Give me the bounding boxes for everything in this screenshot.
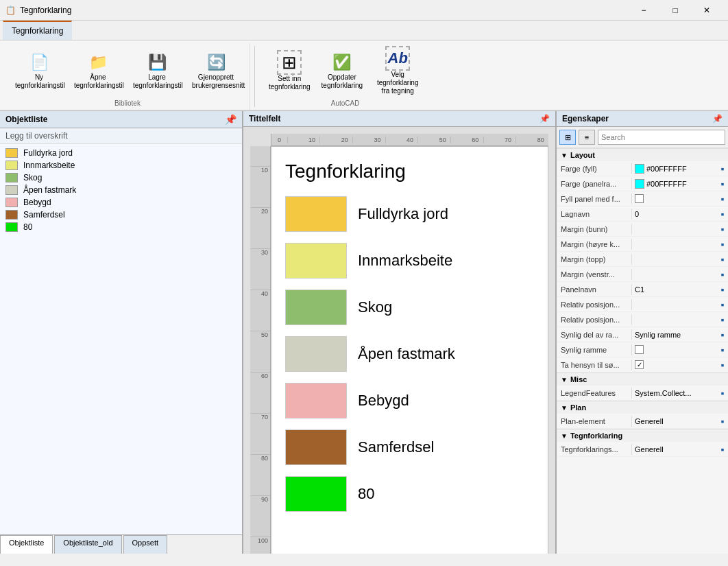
prop-pin-icon[interactable]: ▪: [717, 254, 728, 265]
props-row[interactable]: LegendFeatures System.Collect... ▪: [557, 386, 728, 401]
prop-value-cell[interactable]: [632, 318, 717, 321]
center-panel-pin[interactable]: 📌: [539, 114, 550, 123]
bottom-tab-oppsett[interactable]: Oppsett: [123, 535, 168, 554]
prop-value-cell[interactable]: #00FFFFFF: [632, 163, 717, 175]
prop-pin-icon[interactable]: ▪: [717, 314, 728, 325]
ribbon-item-lagre[interactable]: 💾 Lagre tegnforklaringstil: [129, 49, 185, 93]
props-row[interactable]: Fyll panel med f... ▪: [557, 191, 728, 207]
ribbon-item-ny[interactable]: 📄 Ny tegnforklaringstil: [11, 49, 67, 93]
right-panel-pin[interactable]: 📌: [712, 114, 723, 123]
prop-value-cell[interactable]: Synlig ramme: [632, 329, 717, 340]
prop-value-cell[interactable]: [632, 243, 717, 246]
color-value: #00FFFFFF: [646, 180, 687, 188]
maximize-button[interactable]: □: [659, 0, 691, 21]
props-view-btn-list[interactable]: ≡: [579, 130, 595, 145]
canvas-inner: 0 10 20 30 40 50 60 70: [250, 134, 548, 554]
prop-key: Synlig del av ra...: [557, 329, 632, 340]
props-row[interactable]: Synlig ramme ▪: [557, 342, 728, 357]
props-row[interactable]: Panelnavn C1 ▪: [557, 282, 728, 297]
prop-pin-icon[interactable]: ▪: [717, 359, 728, 370]
props-section-misc[interactable]: ▼Misc: [557, 373, 728, 386]
props-section-tegnforklaring[interactable]: ▼Tegnforklaring: [557, 429, 728, 442]
prop-value-cell[interactable]: [632, 228, 717, 231]
ribbon-item-apne[interactable]: 📁 Åpne tegnforklaringstil: [70, 49, 126, 93]
prop-value-cell[interactable]: C1: [632, 284, 717, 295]
prop-pin-icon[interactable]: ▪: [717, 344, 728, 355]
list-item[interactable]: Fulldyrka jord: [0, 147, 242, 159]
ribbon-item-velg[interactable]: Ab Velg tegnforklaring fra tegning: [369, 43, 426, 98]
section-label: Misc: [570, 375, 587, 384]
props-view-btn-grid[interactable]: ⊞: [559, 130, 576, 145]
prop-pin-icon[interactable]: ▪: [717, 209, 728, 220]
props-row[interactable]: Plan-element Generell ▪: [557, 414, 728, 429]
prop-value-cell[interactable]: Generell: [632, 444, 717, 455]
ribbon-item-oppdater[interactable]: ✅ Oppdater tegnforklaring: [317, 49, 367, 93]
props-row[interactable]: Farge (fyll) #00FFFFFF ▪: [557, 161, 728, 176]
canvas-area[interactable]: 0 10 20 30 40 50 60 70: [243, 127, 555, 554]
right-panel-title: Egenskaper: [562, 114, 609, 123]
bottom-tab-objektliste-old[interactable]: Objektliste_old: [54, 535, 121, 554]
ruler-top: 0 10 20 30 40 50 60 70: [271, 134, 548, 146]
prop-value-cell[interactable]: #00FFFFFF: [632, 178, 717, 190]
prop-value-cell[interactable]: Generell: [632, 416, 717, 427]
prop-pin-icon[interactable]: ▪: [717, 269, 728, 280]
prop-value: 0: [635, 210, 639, 218]
props-row[interactable]: Margin (bunn) ▪: [557, 222, 728, 237]
bottom-tab-objektliste[interactable]: Objektliste: [0, 535, 53, 554]
props-row[interactable]: Ta hensyn til sø... ✓ ▪: [557, 357, 728, 373]
prop-value-cell[interactable]: [632, 344, 717, 355]
canvas-content: Tegnforklaring Fulldyrka jordInnmarksbei…: [271, 146, 548, 554]
pin-icon[interactable]: 📌: [225, 114, 236, 125]
ribbon-item-gjenopprett[interactable]: 🔄 Gjenopprett brukergrensesnitt: [188, 49, 244, 93]
props-row[interactable]: Relativ posisjon... ▪: [557, 312, 728, 327]
prop-value-cell[interactable]: 0: [632, 209, 717, 220]
props-row[interactable]: Margin (topp) ▪: [557, 252, 728, 267]
prop-pin-icon[interactable]: ▪: [717, 329, 728, 340]
add-header-button[interactable]: Legg til overskrift: [0, 128, 242, 144]
prop-pin-icon[interactable]: ▪: [717, 193, 728, 204]
ribbon-tab-bar: Tegnforklaring: [0, 21, 728, 40]
list-item[interactable]: Bebygd: [0, 196, 242, 209]
props-section-plan[interactable]: ▼Plan: [557, 401, 728, 414]
props-row[interactable]: Synlig del av ra... Synlig ramme ▪: [557, 327, 728, 342]
prop-value-cell[interactable]: [632, 193, 717, 204]
prop-pin-icon[interactable]: ▪: [717, 224, 728, 235]
props-search-input[interactable]: [598, 130, 725, 145]
prop-key: Panelnavn: [557, 284, 632, 295]
app-icon: 📋: [5, 5, 16, 15]
list-item[interactable]: Innmarksbeite: [0, 159, 242, 172]
prop-value-cell[interactable]: ✓: [632, 359, 717, 370]
checkbox: [635, 194, 644, 203]
props-row[interactable]: Farge (panelra... #00FFFFFF ▪: [557, 176, 728, 191]
close-button[interactable]: ✕: [691, 0, 723, 21]
list-item[interactable]: Skog: [0, 172, 242, 184]
prop-pin-icon[interactable]: ▪: [717, 444, 728, 455]
props-row[interactable]: Margin (venstr... ▪: [557, 267, 728, 282]
list-item[interactable]: 80: [0, 221, 242, 233]
ribbon-tab-tegnforklaring[interactable]: Tegnforklaring: [3, 21, 72, 40]
ribbon-item-sett-inn[interactable]: ⊞ Sett inn tegnforklaring: [265, 47, 315, 94]
prop-value-cell[interactable]: [632, 273, 717, 276]
prop-value-cell[interactable]: [632, 258, 717, 261]
prop-pin-icon[interactable]: ▪: [717, 388, 728, 399]
prop-pin-icon[interactable]: ▪: [717, 416, 728, 427]
prop-key: Synlig ramme: [557, 344, 632, 355]
center-panel-header: Tittelfelt 📌: [243, 111, 555, 127]
prop-pin-icon[interactable]: ▪: [717, 284, 728, 295]
prop-pin-icon[interactable]: ▪: [717, 178, 728, 189]
props-row[interactable]: Tegnforklarings... Generell ▪: [557, 442, 728, 457]
prop-pin-icon[interactable]: ▪: [717, 239, 728, 250]
legend-box: Tegnforklaring Fulldyrka jordInnmarksbei…: [271, 147, 548, 536]
props-row[interactable]: Lagnavn 0 ▪: [557, 207, 728, 222]
list-item[interactable]: Samferdsel: [0, 209, 242, 221]
props-section-layout[interactable]: ▼Layout: [557, 148, 728, 161]
props-row[interactable]: Margin (høyre k... ▪: [557, 237, 728, 252]
prop-pin-icon[interactable]: ▪: [717, 299, 728, 310]
list-item[interactable]: Åpen fastmark: [0, 184, 242, 196]
prop-value-cell[interactable]: [632, 303, 717, 306]
minimize-button[interactable]: −: [628, 0, 659, 21]
prop-pin-icon[interactable]: ▪: [717, 163, 728, 174]
prop-value-cell[interactable]: System.Collect...: [632, 388, 717, 399]
ribbon-group-bibliotek: 📄 Ny tegnforklaringstil 📁 Åpne tegnforkl…: [5, 43, 250, 110]
props-row[interactable]: Relativ posisjon... ▪: [557, 297, 728, 312]
